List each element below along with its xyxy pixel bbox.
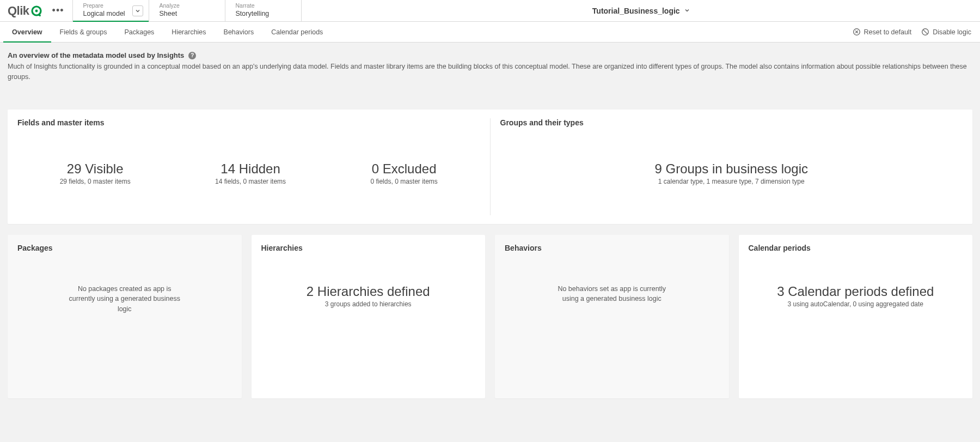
reset-icon	[853, 28, 861, 36]
metric-sub: 3 using autoCalendar, 0 using aggregated…	[777, 300, 934, 308]
workflow-tabs: Prepare Logical model Analyze Sheet Narr…	[72, 0, 302, 21]
help-icon[interactable]: ?	[188, 52, 196, 59]
workflow-value: Sheet	[159, 9, 215, 19]
behaviors-title: Behaviors	[505, 244, 719, 252]
metric-visible: 29 Visible 29 fields, 0 master items	[53, 161, 137, 185]
metric-big: 3 Calendar periods defined	[777, 284, 934, 299]
cards-row-1: Fields and master items 29 Visible 29 fi…	[8, 110, 972, 224]
fields-card-title: Fields and master items	[17, 118, 480, 127]
overview-header: An overview of the metadata model used b…	[8, 48, 972, 89]
hierarchies-title: Hierarchies	[261, 244, 476, 252]
disable-label: Disable logic	[933, 28, 971, 36]
metric-calendar: 3 Calendar periods defined 3 using autoC…	[770, 284, 940, 308]
disable-icon	[921, 28, 929, 36]
metric-sub: 1 calendar type, 1 measure type, 7 dimen…	[655, 178, 808, 185]
groups-metrics: 9 Groups in business logic 1 calendar ty…	[500, 131, 963, 215]
metric-big: 14 Hidden	[215, 161, 286, 177]
qlik-q-icon	[30, 5, 42, 17]
tab-hierarchies[interactable]: Hierarchies	[163, 22, 215, 42]
metric-sub: 29 fields, 0 master items	[60, 178, 131, 185]
workflow-tab-analyze[interactable]: Analyze Sheet	[149, 0, 225, 21]
metric-groups: 9 Groups in business logic 1 calendar ty…	[648, 161, 814, 185]
packages-card: Packages No packages created as app is c…	[8, 235, 242, 398]
packages-title: Packages	[17, 244, 232, 252]
workflow-label: Analyze	[159, 2, 215, 9]
metric-excluded: 0 Excluded 0 fields, 0 master items	[364, 161, 444, 185]
overview-description: Much of Insights functionality is ground…	[8, 62, 972, 82]
behaviors-card: Behaviors No behaviors set as app is cur…	[495, 235, 729, 398]
metric-sub: 14 fields, 0 master items	[215, 178, 286, 185]
reset-label: Reset to default	[864, 28, 912, 36]
app-title[interactable]: Tutorial_Business_logic	[302, 0, 980, 21]
behaviors-empty-text: No behaviors set as app is currently usi…	[552, 284, 672, 305]
fields-groups-card: Fields and master items 29 Visible 29 fi…	[8, 110, 972, 224]
metric-big: 29 Visible	[60, 161, 131, 177]
top-header: Qlik ••• Prepare Logical model Analyze S…	[0, 0, 980, 22]
tab-fields-groups[interactable]: Fields & groups	[51, 22, 116, 42]
reset-to-default-button[interactable]: Reset to default	[853, 28, 912, 36]
workflow-tab-narrate[interactable]: Narrate Storytelling	[225, 0, 301, 21]
hierarchies-card: Hierarchies 2 Hierarchies defined 3 grou…	[252, 235, 486, 398]
workflow-tab-prepare[interactable]: Prepare Logical model	[72, 0, 149, 21]
metric-sub: 0 fields, 0 master items	[370, 178, 437, 185]
content: An overview of the metadata model used b…	[0, 43, 980, 408]
calendar-title: Calendar periods	[749, 244, 963, 252]
metric-big: 0 Excluded	[370, 161, 437, 177]
app-title-text: Tutorial_Business_logic	[592, 7, 680, 15]
more-icon[interactable]: •••	[49, 5, 68, 16]
metric-sub: 3 groups added to hierarchies	[307, 300, 430, 308]
tab-calendar-periods[interactable]: Calendar periods	[262, 22, 332, 42]
metric-big: 9 Groups in business logic	[655, 161, 808, 177]
logo-text: Qlik	[8, 4, 29, 18]
metric-hierarchies: 2 Hierarchies defined 3 groups added to …	[300, 284, 437, 308]
chevron-down-icon[interactable]	[684, 7, 690, 15]
workflow-label: Prepare	[83, 2, 139, 9]
packages-empty-text: No packages created as app is currently …	[65, 284, 185, 314]
workflow-label: Narrate	[235, 2, 291, 9]
sub-nav-actions: Reset to default Disable logic	[853, 22, 980, 42]
sub-tabs: Overview Fields & groups Packages Hierar…	[0, 22, 332, 42]
workflow-value: Logical model	[83, 9, 139, 19]
groups-card-title: Groups and their types	[500, 118, 963, 127]
svg-point-1	[35, 9, 38, 12]
logo-area: Qlik •••	[0, 0, 72, 21]
metric-big: 2 Hierarchies defined	[307, 284, 430, 299]
tab-overview[interactable]: Overview	[3, 22, 51, 42]
fields-metrics: 29 Visible 29 fields, 0 master items 14 …	[17, 131, 480, 215]
workflow-value: Storytelling	[235, 9, 291, 19]
overview-title: An overview of the metadata model used b…	[8, 51, 184, 59]
calendar-periods-card: Calendar periods 3 Calendar periods defi…	[739, 235, 973, 398]
metric-hidden: 14 Hidden 14 fields, 0 master items	[209, 161, 292, 185]
tab-packages[interactable]: Packages	[115, 22, 163, 42]
qlik-logo[interactable]: Qlik	[8, 4, 42, 18]
chevron-down-icon[interactable]	[132, 5, 143, 16]
cards-row-2: Packages No packages created as app is c…	[8, 235, 972, 398]
disable-logic-button[interactable]: Disable logic	[921, 28, 971, 36]
sub-nav: Overview Fields & groups Packages Hierar…	[0, 22, 980, 43]
tab-behaviors[interactable]: Behaviors	[215, 22, 263, 42]
